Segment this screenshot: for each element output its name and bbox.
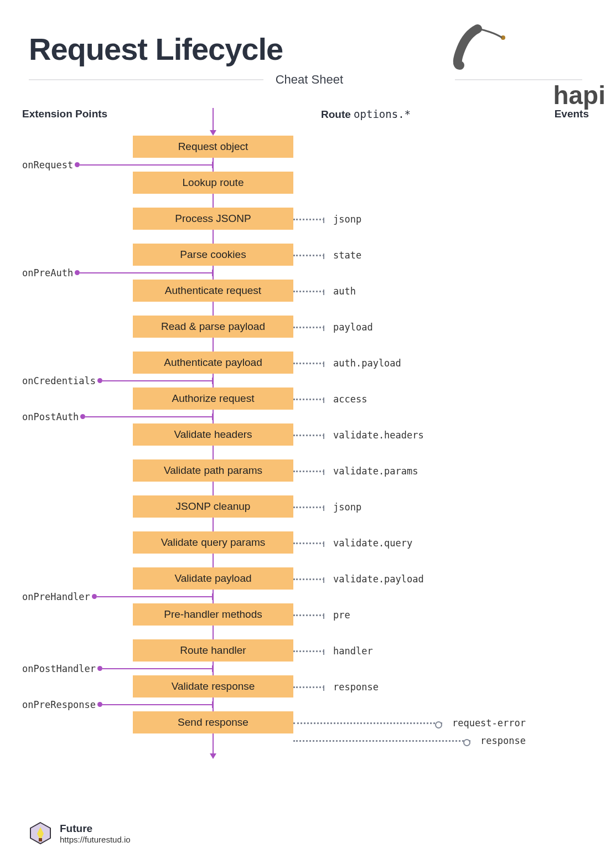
extension-point: onCredentials [22, 375, 213, 386]
stage-box: Authorize request [133, 388, 293, 410]
extension-point-line [85, 416, 213, 417]
stage-box: Send response [133, 711, 293, 733]
event-label: request-error [452, 717, 526, 728]
stage-box: Read & parse payload [133, 316, 293, 338]
stage-box: Lookup route [133, 172, 293, 194]
route-option: handler [293, 645, 373, 657]
route-option-line [293, 686, 324, 688]
stage-box: Authenticate request [133, 280, 293, 302]
stage-box: Validate path params [133, 459, 293, 482]
stage-box: Route handler [133, 639, 293, 662]
extension-point-label: onPreAuth [22, 267, 73, 278]
route-option: validate.params [293, 466, 418, 477]
route-option: payload [293, 322, 373, 333]
extension-point: onPostAuth [22, 411, 213, 422]
flow-connector [133, 482, 293, 495]
flow-connector [133, 554, 293, 567]
route-option-label: access [333, 394, 367, 405]
hapi-logo-svg [418, 22, 517, 83]
route-option-label: validate.headers [333, 430, 424, 441]
route-option-line [293, 650, 324, 652]
flow-connector [133, 338, 293, 352]
route-option-line [293, 219, 324, 220]
extension-point-label: onPreHandler [22, 591, 90, 602]
route-option-label: pre [333, 609, 350, 621]
route-option: pre [293, 609, 350, 621]
hapi-logo: hapi [418, 22, 572, 89]
route-option: jsonp [293, 214, 361, 225]
route-option-label: jsonp [333, 214, 361, 225]
stage-box: Request object [133, 136, 293, 158]
event: response [293, 735, 526, 746]
route-option: validate.headers [293, 430, 424, 441]
hapi-logo-text: hapi [553, 81, 605, 110]
flow-connector [133, 446, 293, 459]
route-option-line [293, 255, 324, 256]
route-suffix: options.* [354, 108, 411, 120]
extension-point-line [80, 272, 213, 273]
extension-point-line [102, 380, 213, 381]
stage-box: Pre-handler methods [133, 603, 293, 626]
route-option: validate.payload [293, 574, 424, 585]
route-option: auth.payload [293, 358, 401, 369]
extension-point-label: onCredentials [22, 375, 96, 386]
header: Request Lifecycle Cheat Sheet hapi [0, 0, 611, 87]
route-option-label: auth.payload [333, 358, 401, 369]
extension-point: onPreHandler [22, 591, 213, 602]
extension-point: onPreResponse [22, 699, 213, 710]
stage-box: Validate headers [133, 423, 293, 446]
route-option: state [293, 250, 361, 261]
flow-connector [133, 518, 293, 531]
stage-box: Validate payload [133, 567, 293, 590]
stage-box: Parse cookies [133, 244, 293, 266]
page-subtitle: Cheat Sheet [263, 73, 355, 87]
event-label: response [480, 735, 526, 746]
col-head-route-options: Route options.* [321, 108, 411, 121]
extension-point-label: onPostAuth [22, 411, 79, 422]
futurestudio-logo-icon [29, 822, 52, 845]
flow-column: Request objectLookup routeProcess JSONPP… [133, 108, 293, 759]
col-head-extension-points: Extension Points [22, 108, 107, 120]
route-option-label: jsonp [333, 502, 361, 513]
extension-point-line [97, 596, 213, 597]
extension-point: onPreAuth [22, 267, 213, 278]
footer: Future https://futurestud.io [29, 822, 131, 845]
flow-connector [133, 230, 293, 244]
flow-connector [133, 626, 293, 639]
route-option-line [293, 614, 324, 616]
footer-brand: Future [60, 823, 131, 835]
col-head-events: Events [555, 108, 589, 120]
route-option: jsonp [293, 502, 361, 513]
footer-url: https://futurestud.io [60, 835, 131, 844]
extension-point-label: onPostHandler [22, 663, 96, 674]
route-option-line [293, 291, 324, 292]
entry-arrow-icon [133, 108, 293, 136]
route-option-label: validate.params [333, 466, 418, 477]
flow-connector [133, 194, 293, 208]
extension-point: onPostHandler [22, 663, 213, 674]
route-option-label: payload [333, 322, 373, 333]
stage-box: Validate query params [133, 531, 293, 554]
stage-box: Process JSONP [133, 208, 293, 230]
route-option: validate.query [293, 538, 412, 549]
route-option: access [293, 394, 367, 405]
route-option-line [293, 435, 324, 436]
extension-point-label: onRequest [22, 159, 73, 170]
stage-box: Validate response [133, 675, 293, 698]
event: request-error [293, 717, 526, 728]
rule-left [29, 79, 263, 80]
event-line [293, 740, 470, 742]
extension-point: onRequest [22, 159, 213, 170]
route-option-line [293, 399, 324, 400]
route-option-label: handler [333, 645, 373, 657]
stage-box: Authenticate payload [133, 352, 293, 374]
route-option-line [293, 363, 324, 364]
extension-point-line [102, 668, 213, 669]
route-option-line [293, 578, 324, 580]
extension-point-line [102, 704, 213, 705]
route-option-line [293, 542, 324, 544]
lifecycle-diagram: Extension Points Route options.* Events … [22, 108, 589, 756]
route-option: response [293, 681, 379, 693]
page-title: Request Lifecycle [29, 31, 283, 67]
event-line [293, 722, 442, 724]
